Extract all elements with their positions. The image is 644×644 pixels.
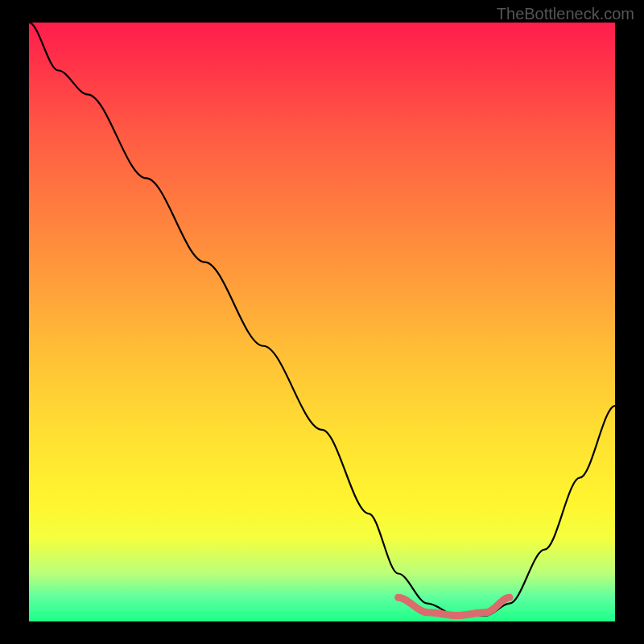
curve-svg [29, 23, 615, 621]
bottleneck-curve-path [29, 23, 615, 616]
optimal-range-path [398, 597, 510, 615]
watermark-text: TheBottleneck.com [497, 5, 634, 23]
chart-plot-area [29, 23, 615, 621]
